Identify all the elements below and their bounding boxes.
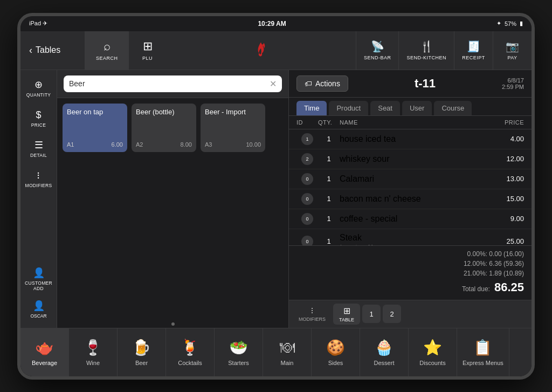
quantity-btn[interactable]: ⊕ QUANTITY [23, 74, 55, 102]
user-icon: 👤 [33, 300, 45, 312]
receipt-label: RECEIPT [462, 55, 485, 60]
order-item[interactable]: 0 1 bacon mac n' cheese 15.00 [289, 189, 532, 209]
order-item[interactable]: 0 1 Calamari 13.00 [289, 169, 532, 189]
modifiers-footer-icon: ⫶ [310, 306, 314, 315]
detail-btn[interactable]: ☰ DETAIL [23, 135, 55, 163]
seat-badge: 0 [301, 236, 313, 245]
product-name: Beer - Import [205, 108, 261, 117]
receipt-action[interactable]: 🧾 RECEIPT [454, 31, 493, 70]
back-button[interactable]: ‹ Tables [20, 31, 85, 70]
plu-label: PLU [142, 56, 153, 61]
product-tile[interactable]: Beer (bottle) A2 8.00 [132, 104, 196, 152]
search-tool[interactable]: ⌕ SEARCH [85, 31, 129, 70]
category-starters[interactable]: 🥗 Starters [215, 328, 263, 376]
status-time: 10:29 AM [258, 20, 286, 27]
actions-button[interactable]: 🏷 Actions [296, 75, 348, 92]
product-code: A2 [136, 141, 143, 148]
order-item[interactable]: 2 1 whiskey sour 12.00 [289, 149, 532, 169]
product-code: A3 [205, 141, 212, 148]
order-date: 6/8/17 2:59 PM [502, 77, 524, 90]
item-name: Steak [340, 233, 481, 243]
user-label: OSCAR [30, 313, 46, 319]
back-title: Tables [36, 45, 60, 55]
actions-label: Actions [315, 79, 340, 88]
seat-1-btn[interactable]: 1 [362, 305, 381, 323]
modifiers-footer-label: MODIFIERS [299, 317, 326, 322]
sides-icon: 🍪 [326, 339, 345, 356]
col-id: ID [296, 119, 318, 126]
item-name-wrap: Steak * meat cooking: rare [340, 233, 481, 245]
search-label: SEARCH [96, 56, 118, 61]
logo-icon [251, 40, 271, 60]
order-item[interactable]: 0 1 coffee - special 9.00 [289, 209, 532, 229]
total-row: 21.00%: 1.89 (10.89) [296, 269, 524, 278]
send-kitchen-label: SEND-KITCHEN [406, 55, 446, 60]
table-id: t-11 [415, 77, 436, 91]
category-discounts[interactable]: ⭐ Discounts [409, 328, 457, 376]
category-main[interactable]: 🍽 Main [263, 328, 312, 376]
tab-time[interactable]: Time [296, 101, 327, 115]
item-name: whiskey sour [340, 154, 481, 164]
total-row: 12.00%: 6.36 (59.36) [296, 259, 524, 269]
item-qty: 1 [318, 215, 340, 223]
item-price: 9.00 [481, 215, 524, 223]
screen: iPad ✈ 10:29 AM ✦ 57% ▮ ‹ Tables ⌕ SEARC… [20, 16, 532, 376]
item-price: 13.00 [481, 175, 524, 183]
main-area: ⊕ QUANTITY $ PRICE ☰ DETAIL ⫶ MODIFIERS [20, 70, 532, 328]
customer-add-icon: 👤 [33, 267, 45, 279]
status-bar: iPad ✈ 10:29 AM ✦ 57% ▮ [20, 16, 532, 31]
category-express-menus[interactable]: 📋 Express Menus [457, 328, 509, 376]
seat-2-btn[interactable]: 2 [383, 305, 401, 323]
express-menus-icon: 📋 [473, 339, 492, 356]
product-name: Beer (bottle) [136, 108, 192, 117]
send-kitchen-action[interactable]: 🍴 SEND-KITCHEN [398, 31, 454, 70]
tab-user[interactable]: User [402, 101, 432, 115]
user-btn[interactable]: 👤 OSCAR [23, 295, 55, 324]
bluetooth-icon: ✦ [496, 20, 501, 27]
product-price: 10.00 [246, 141, 261, 148]
category-dessert[interactable]: 🧁 Dessert [360, 328, 409, 376]
wine-icon: 🍷 [84, 339, 102, 356]
actions-icon: 🏷 [305, 79, 312, 88]
order-item[interactable]: 0 1 Steak * meat cooking: rare 25.00 [289, 229, 532, 245]
product-tile[interactable]: Beer - Import A3 10.00 [201, 104, 265, 152]
modifiers-footer-tab[interactable]: ⫶ MODIFIERS [293, 304, 331, 324]
device-frame: iPad ✈ 10:29 AM ✦ 57% ▮ ‹ Tables ⌕ SEARC… [17, 13, 535, 380]
category-beverage[interactable]: 🫖 Beverage [20, 328, 69, 376]
product-code: A1 [67, 141, 74, 148]
table-footer-tab[interactable]: ⊞ TABLE [333, 304, 360, 325]
discounts-label: Discounts [419, 360, 445, 366]
customer-add-btn[interactable]: 👤 CUSTOMER ADD [23, 265, 55, 293]
plu-tool[interactable]: ⊞ PLU [129, 31, 167, 70]
col-price: PRICE [481, 119, 524, 126]
total-due-label: Total due: [462, 285, 490, 293]
col-qty: Qty. [318, 119, 340, 126]
search-input[interactable] [69, 79, 266, 88]
modifiers-btn[interactable]: ⫶ MODIFIERS [23, 165, 55, 193]
pay-icon: 📷 [506, 40, 519, 53]
category-sides[interactable]: 🍪 Sides [312, 328, 360, 376]
price-btn[interactable]: $ PRICE [23, 105, 55, 133]
table-footer-label: TABLE [339, 317, 354, 322]
send-bar-action[interactable]: 📡 SEND-BAR [356, 31, 399, 70]
table-footer-icon: ⊞ [343, 306, 350, 316]
item-qty: 1 [318, 175, 340, 183]
tab-seat[interactable]: Seat [370, 101, 400, 115]
pay-action[interactable]: 📷 PAY [493, 31, 532, 70]
category-wine[interactable]: 🍷 Wine [69, 328, 118, 376]
category-beer[interactable]: 🍺 Beer [118, 328, 166, 376]
search-clear-icon[interactable]: ✕ [270, 79, 277, 89]
top-nav: ‹ Tables ⌕ SEARCH ⊞ PLU 📡 SEND-BAR [20, 31, 532, 70]
main-label: Main [281, 360, 294, 366]
order-item[interactable]: 1 1 house iced tea 4.00 [289, 129, 532, 149]
detail-icon: ☰ [34, 139, 43, 151]
category-bar: 🫖 Beverage 🍷 Wine 🍺 Beer 🍹 Cocktails 🥗 S… [20, 328, 532, 376]
nav-logo [167, 31, 356, 70]
tab-product[interactable]: Product [329, 101, 368, 115]
seat-badge: 0 [301, 193, 313, 205]
seat-badge: 0 [301, 173, 313, 185]
tab-course[interactable]: Course [434, 101, 472, 115]
category-cocktails[interactable]: 🍹 Cocktails [166, 328, 215, 376]
seat-badge: 0 [301, 213, 313, 225]
product-tile[interactable]: Beer on tap A1 6.00 [63, 104, 127, 152]
